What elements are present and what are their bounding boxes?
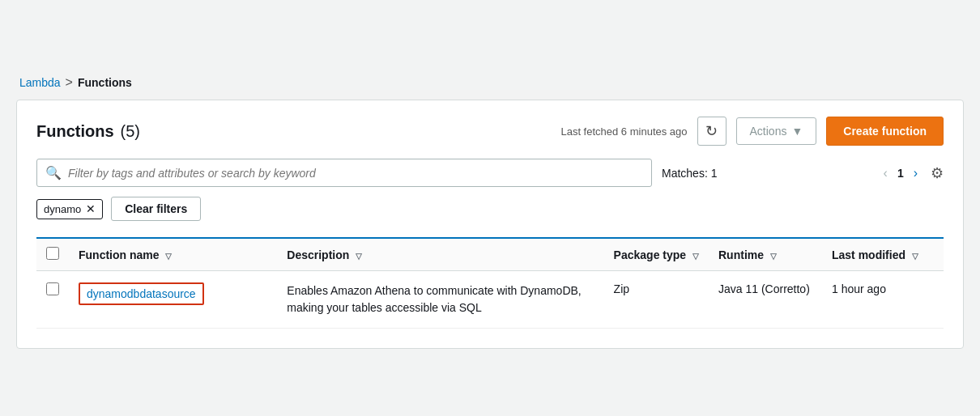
function-name-link[interactable]: dynamodbdatasource xyxy=(79,282,204,305)
th-package-type[interactable]: Package type ▽ xyxy=(604,239,709,271)
th-description-label: Description xyxy=(287,248,349,261)
row-description-cell: Enables Amazon Athena to communicate wit… xyxy=(277,271,603,329)
breadcrumb: Lambda > Functions xyxy=(16,67,964,100)
header-right: Last fetched 6 minutes ago ↻ Actions ▼ C… xyxy=(560,117,944,146)
card-count: (5) xyxy=(121,122,140,141)
sort-icon-function-name: ▽ xyxy=(165,252,172,261)
card-title: Functions xyxy=(36,122,114,141)
create-function-button[interactable]: Create function xyxy=(826,117,944,146)
select-all-checkbox[interactable] xyxy=(46,247,59,260)
next-page-button[interactable]: › xyxy=(910,164,921,182)
breadcrumb-current: Functions xyxy=(78,76,132,89)
search-box: 🔍 xyxy=(36,159,652,187)
search-row: 🔍 Matches: 1 ‹ 1 › ⚙ xyxy=(36,159,944,187)
filter-tag-close-icon[interactable]: ✕ xyxy=(86,203,96,214)
main-card: Functions (5) Last fetched 6 minutes ago… xyxy=(16,100,964,349)
th-runtime[interactable]: Runtime ▽ xyxy=(709,239,822,271)
table-header-row: Function name ▽ Description ▽ Package ty… xyxy=(36,239,944,271)
breadcrumb-parent[interactable]: Lambda xyxy=(19,76,61,89)
row-checkbox[interactable] xyxy=(46,282,59,295)
sort-icon-description: ▽ xyxy=(356,252,362,261)
functions-table: Function name ▽ Description ▽ Package ty… xyxy=(36,239,944,329)
th-last-modified-label: Last modified xyxy=(832,248,905,261)
filter-tag: dynamo ✕ xyxy=(36,199,103,219)
actions-button[interactable]: Actions ▼ xyxy=(736,117,817,145)
table-row: dynamodbdatasource Enables Amazon Athena… xyxy=(36,271,944,329)
select-all-cell xyxy=(36,239,69,271)
table-wrapper: Function name ▽ Description ▽ Package ty… xyxy=(36,237,944,329)
sort-icon-package-type: ▽ xyxy=(692,252,699,261)
search-icon: 🔍 xyxy=(45,165,62,180)
row-package-type-cell: Zip xyxy=(604,271,709,329)
filter-tag-text: dynamo xyxy=(44,203,81,215)
th-package-type-label: Package type xyxy=(614,248,687,261)
page-number: 1 xyxy=(897,167,904,180)
clear-filters-button[interactable]: Clear filters xyxy=(111,197,201,221)
row-checkbox-cell xyxy=(36,271,69,329)
row-runtime-cell: Java 11 (Corretto) xyxy=(709,271,822,329)
pagination-area: ‹ 1 › xyxy=(880,164,921,182)
th-runtime-label: Runtime xyxy=(718,248,764,261)
search-input[interactable] xyxy=(68,167,643,180)
breadcrumb-separator: > xyxy=(66,75,73,90)
row-last-modified-cell: 1 hour ago xyxy=(822,271,944,329)
th-function-name[interactable]: Function name ▽ xyxy=(69,239,277,271)
prev-page-button[interactable]: ‹ xyxy=(880,164,891,182)
filter-row: dynamo ✕ Clear filters xyxy=(36,197,944,221)
matches-text: Matches: 1 xyxy=(662,167,717,180)
row-function-name-cell: dynamodbdatasource xyxy=(69,271,277,329)
sort-icon-last-modified: ▽ xyxy=(912,252,918,261)
actions-chevron-icon: ▼ xyxy=(791,125,803,138)
refresh-button[interactable]: ↻ xyxy=(697,117,726,146)
card-header: Functions (5) Last fetched 6 minutes ago… xyxy=(36,117,944,146)
sort-icon-runtime: ▽ xyxy=(770,252,777,261)
actions-label: Actions xyxy=(750,125,787,138)
th-function-name-label: Function name xyxy=(79,248,160,261)
table-body: dynamodbdatasource Enables Amazon Athena… xyxy=(36,271,944,329)
last-fetched-text: Last fetched 6 minutes ago xyxy=(560,125,687,138)
settings-button[interactable]: ⚙ xyxy=(931,164,944,182)
th-description[interactable]: Description ▽ xyxy=(277,239,603,271)
th-last-modified[interactable]: Last modified ▽ xyxy=(822,239,944,271)
title-group: Functions (5) xyxy=(36,122,140,141)
